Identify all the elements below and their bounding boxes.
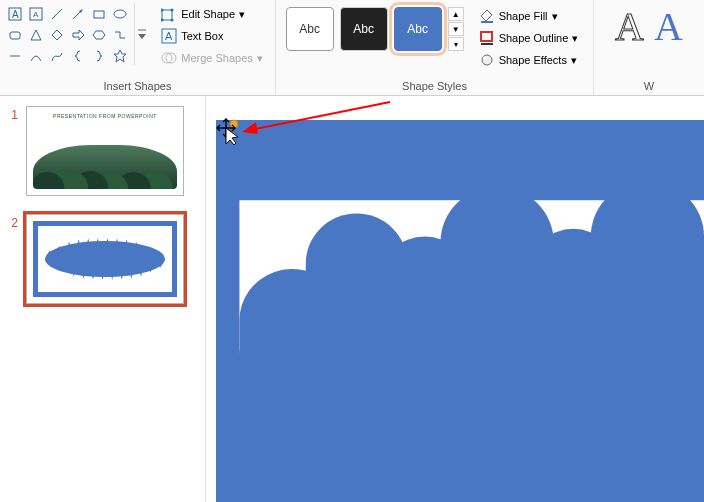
shape-right-arrow-icon[interactable]	[68, 25, 88, 45]
shape-hexagon-icon[interactable]	[89, 25, 109, 45]
slide-thumbnail-2[interactable]	[26, 214, 184, 304]
svg-line-5	[73, 11, 81, 19]
svg-marker-13	[93, 31, 105, 39]
shape-effects-button[interactable]: Shape Effects ▾	[472, 50, 586, 70]
shapes-gallery-more-icon[interactable]	[134, 3, 148, 65]
slide-thumbnails-panel[interactable]: 1 PRESENTATION FROM POWERPOINT 2	[0, 96, 206, 502]
shape-line2-icon[interactable]	[5, 46, 25, 66]
style-swatch-blue[interactable]: Abc	[394, 7, 442, 51]
svg-marker-17	[138, 34, 146, 39]
selected-shape[interactable]	[216, 120, 704, 502]
wordart-style-blue[interactable]: A	[654, 7, 683, 47]
shape-textbox-vertical-icon[interactable]: A	[26, 4, 46, 24]
shape-brace-open-icon[interactable]	[68, 46, 88, 66]
chevron-down-icon: ▾	[571, 54, 577, 67]
shape-outline-button[interactable]: Shape Outline ▾	[472, 28, 586, 48]
shape-brace-close-icon[interactable]	[89, 46, 109, 66]
group-insert-shapes: A A	[0, 0, 276, 95]
style-swatch-light[interactable]: Abc	[286, 7, 334, 51]
text-box-icon: A	[161, 28, 177, 44]
shapes-gallery[interactable]: A A	[5, 3, 130, 66]
thumbnail-row: 2	[8, 214, 197, 304]
shape-arrow-line-icon[interactable]	[68, 4, 88, 24]
shape-outline-label: Shape Outline	[499, 32, 569, 44]
group-label-wordart: W	[598, 77, 700, 95]
group-wordart: A A W	[594, 0, 704, 95]
shape-connector-icon[interactable]	[110, 25, 130, 45]
svg-text:A: A	[12, 9, 19, 20]
text-box-button[interactable]: A Text Box	[154, 26, 270, 46]
svg-point-30	[482, 55, 492, 65]
merge-shapes-icon	[161, 50, 177, 66]
svg-rect-34	[239, 349, 704, 502]
chevron-down-icon: ▾	[239, 8, 245, 21]
slide1-title: PRESENTATION FROM POWERPOINT	[27, 107, 183, 119]
gallery-down-icon[interactable]: ▼	[448, 22, 464, 36]
edit-shape-label: Edit Shape	[181, 8, 235, 20]
shape-triangle-icon[interactable]	[26, 25, 46, 45]
shape-line-icon[interactable]	[47, 4, 67, 24]
slide1-graphic	[33, 145, 177, 189]
shape-star-icon[interactable]	[110, 46, 130, 66]
shape-effects-icon	[479, 52, 495, 68]
style-swatch-dark[interactable]: Abc	[340, 7, 388, 51]
shape-diamond-icon[interactable]	[47, 25, 67, 45]
shape-fill-button[interactable]: Shape Fill ▾	[472, 6, 586, 26]
shape-style-gallery[interactable]: Abc Abc Abc ▲ ▼ ▾	[284, 3, 466, 52]
edit-shape-button[interactable]: Edit Shape ▾	[154, 4, 270, 24]
shape-fill-label: Shape Fill	[499, 10, 548, 22]
svg-text:A: A	[33, 10, 39, 19]
slide-canvas[interactable]	[206, 96, 704, 502]
svg-rect-7	[94, 11, 104, 18]
swatch-text: Abc	[353, 22, 374, 36]
shape-freeform-icon[interactable]	[47, 46, 67, 66]
chevron-down-icon: ▾	[257, 52, 263, 65]
slide-number: 1	[8, 106, 18, 122]
svg-point-31	[483, 57, 487, 60]
wordart-style-outline[interactable]: A	[615, 7, 644, 47]
svg-marker-10	[31, 30, 41, 40]
svg-marker-15	[114, 50, 126, 62]
svg-rect-28	[481, 32, 492, 41]
chevron-down-icon: ▾	[572, 32, 578, 45]
svg-marker-12	[73, 30, 84, 40]
group-label-shape-styles: Shape Styles	[280, 77, 589, 95]
svg-rect-18	[162, 10, 172, 20]
svg-rect-9	[10, 32, 20, 39]
svg-point-19	[161, 9, 164, 12]
svg-marker-11	[52, 30, 62, 40]
svg-point-21	[161, 19, 164, 22]
merge-shapes-button: Merge Shapes ▾	[154, 48, 270, 68]
wordart-gallery[interactable]: A A	[603, 3, 695, 47]
svg-point-22	[171, 19, 174, 22]
svg-rect-29	[481, 43, 493, 45]
merge-shapes-label: Merge Shapes	[181, 52, 253, 64]
text-box-label: Text Box	[181, 30, 223, 42]
shape-rectangle-icon[interactable]	[89, 4, 109, 24]
shape-rounded-rect-icon[interactable]	[5, 25, 25, 45]
shape-effects-label: Shape Effects	[499, 54, 567, 66]
svg-text:A: A	[165, 30, 173, 42]
slide-thumbnail-1[interactable]: PRESENTATION FROM POWERPOINT	[26, 106, 184, 196]
gallery-scroll: ▲ ▼ ▾	[448, 7, 464, 52]
svg-rect-27	[481, 21, 493, 23]
slide-number: 2	[8, 214, 18, 230]
gallery-up-icon[interactable]: ▲	[448, 7, 464, 21]
ribbon: A A	[0, 0, 704, 96]
shape-curve-icon[interactable]	[26, 46, 46, 66]
group-label-insert-shapes: Insert Shapes	[4, 77, 271, 95]
chevron-down-icon: ▾	[552, 10, 558, 23]
group-shape-styles: Abc Abc Abc ▲ ▼ ▾ Shape Fill ▾ Shape Out…	[276, 0, 594, 95]
swatch-text: Abc	[299, 22, 320, 36]
shape-textbox-icon[interactable]: A	[5, 4, 25, 24]
shape-outline-icon	[479, 30, 495, 46]
gallery-more-icon[interactable]: ▾	[448, 37, 464, 51]
workspace: 1 PRESENTATION FROM POWERPOINT 2	[0, 96, 704, 502]
thumbnail-row: 1 PRESENTATION FROM POWERPOINT	[8, 106, 197, 196]
shape-oval-icon[interactable]	[110, 4, 130, 24]
svg-point-20	[171, 9, 174, 12]
svg-point-8	[114, 10, 126, 18]
slide1-subtitle	[27, 119, 183, 120]
swatch-text: Abc	[407, 22, 428, 36]
edit-shape-icon	[161, 6, 177, 22]
